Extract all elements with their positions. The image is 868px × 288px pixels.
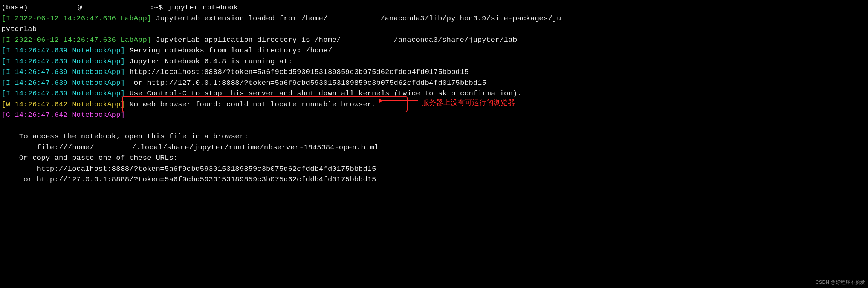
log-line-4: [I 14:26:47.639 NotebookApp] Jupyter Not… (2, 56, 866, 67)
log-line-2: [I 2022-06-12 14:26:47.636 LabApp] Jupyt… (2, 35, 866, 46)
log-line-1: [I 2022-06-12 14:26:47.636 LabApp] Jupyt… (2, 13, 866, 24)
log-line-6: [I 14:26:47.639 NotebookApp] or http://1… (2, 78, 866, 89)
log-line-5: [I 14:26:47.639 NotebookApp] http://loca… (2, 67, 866, 78)
annotation-text: 服务器上没有可运行的浏览器 (422, 97, 515, 108)
blank-line (2, 121, 866, 132)
warning-message: No web browser found: could not locate r… (129, 100, 376, 109)
log-line-1-wrap: pyterlab (2, 24, 866, 35)
prompt-host-suffix: :~$ (150, 3, 168, 12)
access-line-4: http://localhost:8888/?token=5a6f9cbd593… (2, 164, 866, 175)
prompt-line: (base) @:~$ jupyter notebook (2, 2, 866, 13)
watermark-text: CSDN @好程序不脱发 (815, 279, 865, 286)
access-line-2: file:///home//.local/share/jupyter/runti… (2, 142, 866, 153)
command-text: jupyter notebook (167, 3, 238, 12)
access-line-3: Or copy and paste one of these URLs: (2, 153, 866, 164)
access-line-5: or http://127.0.0.1:8888/?token=5a6f9cbd… (2, 174, 866, 185)
log-line-9-critical: [C 14:26:47.642 NotebookApp] (2, 110, 866, 121)
env-prefix: (base) (2, 3, 32, 12)
log-line-3: [I 14:26:47.639 NotebookApp] Serving not… (2, 45, 866, 56)
access-line-1: To access the notebook, open this file i… (2, 131, 866, 142)
